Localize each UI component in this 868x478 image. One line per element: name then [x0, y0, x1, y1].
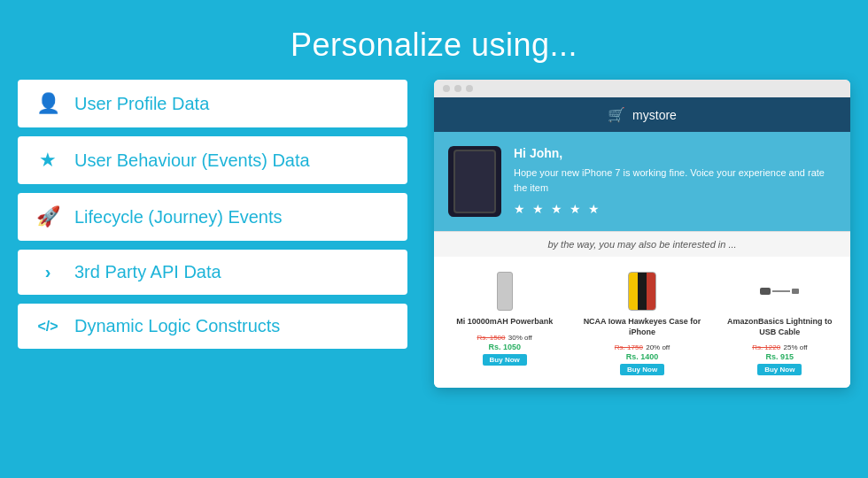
titlebar-dot-1 [443, 85, 450, 92]
star-rating: ★ ★ ★ ★ ★ [514, 202, 836, 216]
phone-screen-visual [453, 150, 496, 213]
product-name-case: NCAA Iowa Hawkeyes Case for iPhone [580, 317, 703, 337]
usb-head [760, 288, 771, 295]
star-icon: ★ [35, 149, 60, 172]
suggestion-text: by the way, you may also be interested i… [547, 239, 736, 250]
main-content: 👤 User Profile Data ★ User Behaviour (Ev… [18, 80, 850, 388]
page-title: Personalize using... [291, 27, 577, 64]
discount-cable: 25% off [784, 343, 808, 351]
product-name-powerbank: Mi 10000mAH Powerbank [443, 317, 566, 328]
feature-item-lifecycle[interactable]: 🚀 Lifecycle (Journey) Events [18, 193, 407, 241]
suggestion-bar: by the way, you may also be interested i… [434, 231, 850, 257]
titlebar-dot-2 [454, 85, 461, 92]
usb-cable-shape [760, 288, 799, 295]
product-pricing-cable: Rs. 1220 25% off [718, 340, 841, 352]
usb-line [772, 290, 790, 292]
code-icon: </> [35, 319, 60, 335]
price-powerbank: Rs. 1050 [443, 343, 566, 351]
feature-item-user-behaviour[interactable]: ★ User Behaviour (Events) Data [18, 136, 407, 184]
product-card-powerbank: Mi 10000mAH Powerbank Rs. 1500 30% off R… [439, 266, 570, 379]
price-cable: Rs. 915 [718, 352, 841, 361]
product-name-cable: AmazonBasics Lightning to USB Cable [718, 317, 841, 337]
feature-label-user-behaviour: User Behaviour (Events) Data [74, 150, 310, 171]
store-name: mystore [632, 108, 677, 122]
feature-item-dynamic-logic[interactable]: </> Dynamic Logic Constructs [18, 304, 407, 349]
discount-powerbank: 30% off [508, 334, 532, 342]
iphone-image [448, 146, 501, 217]
product-grid: Mi 10000mAH Powerbank Rs. 1500 30% off R… [434, 257, 850, 388]
hero-greeting: Hi John, [514, 146, 836, 160]
hero-text-area: Hi John, Hope your new iPhone 7 is worki… [514, 146, 836, 216]
hero-message: Hope your new iPhone 7 is working fine. … [514, 166, 836, 195]
email-mockup: 🛒 mystore Hi John, Hope your new iPhone … [434, 80, 850, 388]
phone-case-shape [628, 272, 656, 311]
email-store-header: 🛒 mystore [434, 97, 850, 132]
email-titlebar [434, 80, 850, 97]
usb-cable-image [718, 269, 841, 313]
orig-price-case: Rs. 1750 [615, 343, 643, 351]
price-case: Rs. 1400 [580, 352, 703, 361]
email-hero-section: Hi John, Hope your new iPhone 7 is worki… [434, 132, 850, 231]
product-card-case: NCAA Iowa Hawkeyes Case for iPhone Rs. 1… [577, 266, 707, 379]
feature-item-user-profile[interactable]: 👤 User Profile Data [18, 80, 407, 127]
orig-price-cable: Rs. 1220 [752, 343, 780, 351]
phone-case-image [580, 269, 703, 313]
buy-now-cable[interactable]: Buy Now [757, 364, 802, 375]
powerbank-image [443, 269, 566, 313]
powerbank-shape [497, 272, 513, 311]
usb-connector [792, 289, 799, 294]
product-card-cable: AmazonBasics Lightning to USB Cable Rs. … [715, 266, 845, 379]
chevron-right-icon: › [35, 262, 60, 282]
feature-label-user-profile: User Profile Data [74, 94, 209, 114]
user-icon: 👤 [35, 92, 60, 115]
product-pricing-powerbank: Rs. 1500 30% off [443, 330, 566, 343]
store-basket-icon: 🛒 [608, 106, 625, 123]
feature-label-api-data: 3rd Party API Data [74, 262, 221, 282]
buy-now-case[interactable]: Buy Now [620, 364, 664, 375]
feature-item-api-data[interactable]: › 3rd Party API Data [18, 250, 407, 295]
orig-price-powerbank: Rs. 1500 [477, 334, 505, 342]
feature-label-lifecycle: Lifecycle (Journey) Events [74, 207, 283, 227]
product-pricing-case: Rs. 1750 20% off [580, 340, 703, 352]
discount-case: 20% off [646, 343, 670, 351]
rocket-icon: 🚀 [35, 205, 60, 228]
buy-now-powerbank[interactable]: Buy Now [483, 354, 527, 366]
feature-label-dynamic-logic: Dynamic Logic Constructs [74, 316, 280, 336]
feature-list: 👤 User Profile Data ★ User Behaviour (Ev… [18, 80, 407, 349]
titlebar-dot-3 [466, 85, 473, 92]
